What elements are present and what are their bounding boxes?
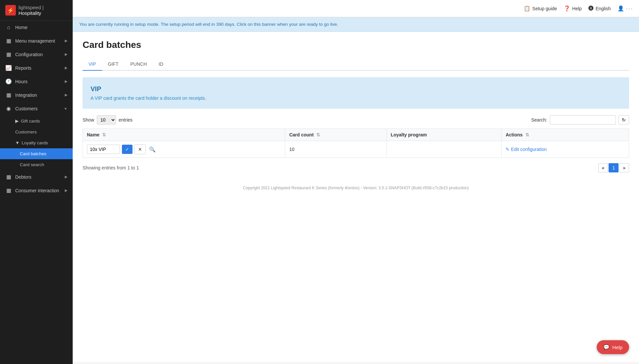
sidebar-label-config: Configuration: [15, 52, 43, 57]
sidebar-item-menu-management[interactable]: ▦ Menu management ▶: [0, 34, 73, 48]
user-dots: · · ·: [626, 6, 632, 11]
sidebar-item-configuration[interactable]: ▦ Configuration ▶: [0, 48, 73, 61]
tab-id[interactable]: ID: [153, 58, 169, 71]
home-icon: ⌂: [5, 24, 12, 30]
col-name: Name ⇅: [83, 129, 285, 141]
vip-description: A VIP card grants the card holder a disc…: [91, 95, 621, 101]
main-area: 📋 Setup guide ❓ Help 🅐 English 👤 · · · Y…: [73, 0, 639, 364]
setup-guide-label: Setup guide: [532, 6, 557, 11]
chevron-right-icon: ▶: [65, 52, 67, 56]
setup-guide-button[interactable]: 📋 Setup guide: [524, 5, 557, 12]
language-icon: 🅐: [588, 6, 594, 12]
cell-actions: ✎Edit configuration: [502, 141, 629, 158]
chevron-right-icon: ▶: [65, 175, 67, 179]
sidebar-item-hours[interactable]: 🕐 Hours ▶: [0, 75, 73, 88]
search-input[interactable]: [550, 115, 616, 125]
entries-label: entries: [119, 117, 132, 123]
table-row: ✓ ✕ 🔍 10 ✎Edit configuration: [83, 141, 629, 158]
user-menu[interactable]: 👤 · · ·: [618, 5, 632, 12]
current-page-button[interactable]: 1: [609, 163, 619, 172]
col-actions: Actions ⇅: [502, 129, 629, 141]
chevron-down-icon: ▼: [15, 140, 19, 145]
chevron-right-icon: ▶: [65, 93, 67, 97]
edit-icon: ✎: [506, 147, 509, 152]
footer-text: Copyright 2021 Lightspeed Restaurant K S…: [243, 186, 469, 190]
sidebar-item-home[interactable]: ⌂ Home: [0, 21, 73, 34]
config-icon: ▦: [5, 51, 12, 57]
sidebar-item-loyalty-cards[interactable]: ▼ Loyalty cards: [0, 137, 73, 148]
cell-card-count: 10: [285, 141, 387, 158]
help-label: Help: [572, 6, 582, 11]
tab-vip[interactable]: VIP: [83, 58, 102, 71]
sidebar-label-home: Home: [15, 25, 27, 30]
debtors-icon: ▦: [5, 174, 12, 180]
sidebar-item-reports[interactable]: 📈 Reports ▶: [0, 61, 73, 75]
sort-name-icon[interactable]: ⇅: [102, 132, 106, 137]
consumer-icon: ▦: [5, 187, 12, 194]
help-bubble-button[interactable]: 💬 Help: [597, 340, 629, 354]
sidebar-logo[interactable]: ⚡ lightspeed | Hospitality: [0, 0, 73, 21]
pagination-area: Showing entries from 1 to 1 « 1 »: [83, 163, 629, 172]
sidebar-item-debtors[interactable]: ▦ Debtors ▶: [0, 170, 73, 184]
sidebar-item-customers[interactable]: ◉ Customers ▼: [0, 102, 73, 115]
sort-count-icon[interactable]: ⇅: [316, 132, 320, 137]
page-title: Card batches: [83, 40, 629, 50]
sidebar-label-loyalty-cards: Loyalty cards: [21, 140, 48, 145]
refresh-button[interactable]: ↻: [619, 115, 629, 125]
chevron-down-icon: ▼: [64, 107, 67, 111]
show-label: Show: [83, 117, 94, 123]
language-label: English: [596, 6, 611, 11]
reports-icon: 📈: [5, 65, 12, 71]
setup-guide-icon: 📋: [524, 5, 530, 12]
help-button[interactable]: ❓ Help: [564, 5, 582, 12]
cancel-button[interactable]: ✕: [134, 144, 146, 154]
sidebar-item-customers-sub[interactable]: Customers: [0, 127, 73, 137]
showing-text: Showing entries from 1 to 1: [83, 165, 139, 170]
next-page-button[interactable]: »: [619, 163, 629, 172]
tab-punch[interactable]: PUNCH: [124, 58, 153, 71]
page-body: Card batches VIP GIFT PUNCH ID VIP A VIP…: [73, 32, 639, 362]
chevron-right-icon: ▶: [65, 39, 67, 43]
language-selector[interactable]: 🅐 English: [588, 6, 611, 12]
content-area: You are currently running in setup mode.…: [73, 17, 639, 364]
footer: Copyright 2021 Lightspeed Restaurant K S…: [83, 186, 629, 197]
sidebar-label-consumer: Consumer interaction: [15, 188, 59, 193]
tab-bar: VIP GIFT PUNCH ID: [83, 58, 629, 71]
cell-loyalty-program: [387, 141, 502, 158]
sidebar-label-customers: Customers: [15, 106, 38, 111]
name-input[interactable]: [87, 145, 120, 154]
chevron-right-icon: ▶: [65, 79, 67, 84]
banner-text: You are currently running in setup mode.…: [79, 22, 338, 27]
search-row-button[interactable]: 🔍: [148, 146, 157, 153]
sidebar-item-integration[interactable]: ▦ Integration ▶: [0, 88, 73, 102]
sidebar-item-gift-cards[interactable]: ▶ Gift cards: [0, 115, 73, 127]
confirm-button[interactable]: ✓: [122, 145, 132, 154]
menu-icon: ▦: [5, 38, 12, 44]
integration-icon: ▦: [5, 92, 12, 98]
chevron-right-icon: ▶: [65, 188, 67, 193]
sidebar-label-card-batches: Card batches: [20, 151, 46, 156]
hours-icon: 🕐: [5, 78, 12, 85]
entries-select[interactable]: 10 25 50 100: [97, 115, 116, 125]
sidebar-label-menu: Menu management: [15, 38, 55, 44]
sort-actions-icon[interactable]: ⇅: [525, 132, 529, 137]
sidebar-item-card-search[interactable]: Card search: [0, 159, 73, 170]
help-bubble-label: Help: [612, 345, 622, 350]
sidebar-label-integration: Integration: [15, 92, 37, 98]
sidebar-item-card-batches[interactable]: Card batches: [0, 148, 73, 159]
prev-page-button[interactable]: «: [598, 163, 608, 172]
user-icon: 👤: [618, 5, 624, 12]
setup-banner[interactable]: You are currently running in setup mode.…: [73, 17, 639, 32]
show-entries-control: Show 10 25 50 100 entries: [83, 115, 132, 125]
help-bubble-icon: 💬: [603, 344, 610, 350]
topbar: 📋 Setup guide ❓ Help 🅐 English 👤 · · ·: [73, 0, 639, 17]
tab-gift[interactable]: GIFT: [102, 58, 125, 71]
sidebar-label-hours: Hours: [15, 79, 27, 84]
sidebar-label-gift-cards: Gift cards: [21, 119, 40, 124]
sidebar-label-debtors: Debtors: [15, 174, 31, 180]
pagination-controls: « 1 »: [598, 163, 629, 172]
search-area: Search: ↻: [531, 115, 629, 125]
sidebar-item-consumer-interaction[interactable]: ▦ Consumer interaction ▶: [0, 184, 73, 197]
edit-configuration-link[interactable]: ✎Edit configuration: [506, 147, 546, 152]
sidebar-label-card-search: Card search: [20, 162, 44, 167]
